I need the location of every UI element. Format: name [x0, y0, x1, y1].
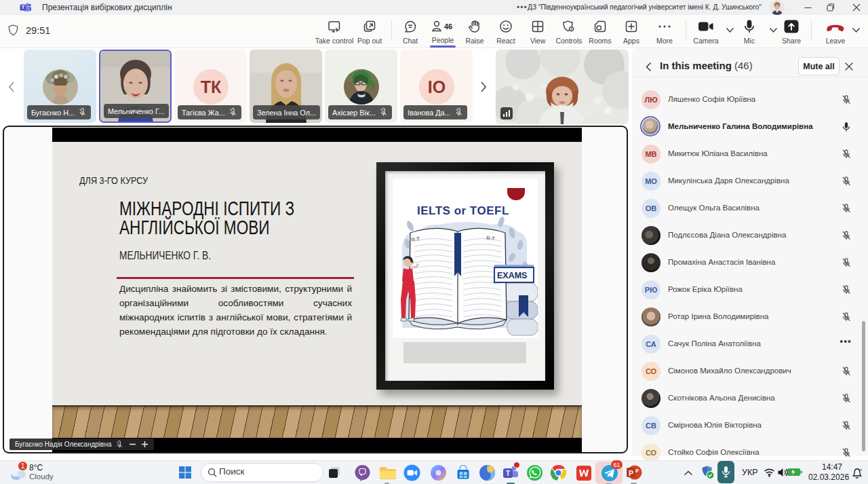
svg-text:P: P: [629, 469, 633, 477]
svg-text:z: z: [860, 468, 862, 472]
svg-text:EXAMS: EXAMS: [497, 271, 527, 280]
svg-text:T: T: [506, 470, 510, 477]
svg-text:R-T: R-T: [411, 236, 420, 243]
svg-text:T: T: [22, 4, 25, 10]
svg-text:R-T: R-T: [486, 235, 496, 242]
svg-text:IELTS or TOEFL: IELTS or TOEFL: [417, 204, 509, 217]
svg-text:46: 46: [444, 22, 452, 31]
